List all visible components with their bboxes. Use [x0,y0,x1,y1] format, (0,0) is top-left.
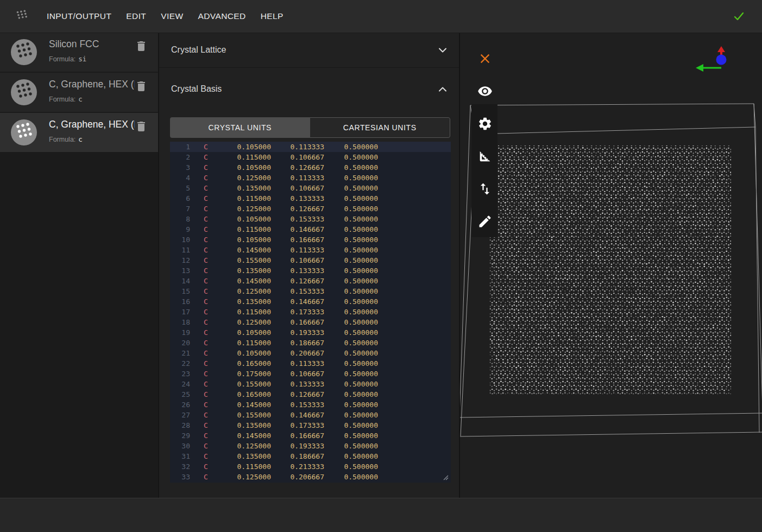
basis-row[interactable]: 16C0.1350000.1466670.500000 [170,296,451,307]
basis-row[interactable]: 27C0.1550000.1466670.500000 [170,410,451,420]
x-coordinate-cell: 0.115000 [211,152,271,162]
axes-gizmo[interactable] [683,43,732,87]
row-number-cell: 13 [170,265,190,276]
material-item-3[interactable]: C, Graphene, HEX (PFormula:c [0,113,158,152]
menu-item-edit[interactable]: EDIT [126,11,146,21]
z-coordinate-cell: 0.500000 [324,338,378,348]
basis-row[interactable]: 29C0.1450000.1666670.500000 [170,430,451,441]
x-coordinate-cell: 0.145000 [211,400,271,410]
basis-row[interactable]: 31C0.1350000.1866670.500000 [170,451,451,461]
basis-row[interactable]: 9C0.1150000.1466670.500000 [170,224,451,235]
x-coordinate-cell: 0.115000 [211,338,271,348]
basis-row[interactable]: 25C0.1650000.1266670.500000 [170,389,451,400]
3d-viewer[interactable] [460,33,762,498]
basis-row[interactable]: 8C0.1050000.1533330.500000 [170,214,451,224]
material-formula: Formula:c [49,95,83,103]
element-cell: C [204,214,211,224]
menu-item-help[interactable]: HELP [261,11,284,21]
basis-row[interactable]: 13C0.1350000.1333330.500000 [170,265,451,276]
trash-icon [135,40,148,53]
basis-row[interactable]: 26C0.1450000.1533330.500000 [170,400,451,410]
delete-material-button[interactable] [135,40,148,54]
resize-grip[interactable] [442,474,449,480]
menu-item-view[interactable]: VIEW [161,11,183,21]
material-item-1[interactable]: Silicon FCCFormula:si [0,33,158,72]
menu-item-input-output[interactable]: INPUT/OUTPUT [47,11,111,21]
y-coordinate-cell: 0.106667 [271,369,324,379]
x-coordinate-cell: 0.165000 [211,358,271,369]
basis-row[interactable]: 7C0.1250000.1266670.500000 [170,204,451,214]
x-coordinate-cell: 0.135000 [211,183,271,193]
x-coordinate-cell: 0.155000 [211,379,271,389]
basis-row[interactable]: 23C0.1750000.1066670.500000 [170,369,451,379]
z-coordinate-cell: 0.500000 [324,348,378,358]
y-coordinate-cell: 0.106667 [271,255,324,265]
tab-cartesian-units[interactable]: CARTESIAN UNITS [310,117,451,138]
visibility-icon[interactable] [477,84,493,99]
delete-material-button[interactable] [135,120,148,134]
basis-rows: 1C0.1050000.1133330.5000002C0.1150000.10… [170,142,451,482]
material-item-2[interactable]: C, Graphene, HEX (PFormula:c [0,73,158,112]
y-coordinate-cell: 0.153333 [271,214,324,224]
basis-row[interactable]: 18C0.1250000.1666670.500000 [170,317,451,327]
basis-row[interactable]: 20C0.1150000.1866670.500000 [170,338,451,348]
y-coordinate-cell: 0.186667 [271,451,324,461]
z-coordinate-cell: 0.500000 [324,369,378,379]
row-number-cell: 16 [170,296,190,307]
row-number-cell: 23 [170,369,190,379]
basis-row[interactable]: 2C0.1150000.1066670.500000 [170,152,451,162]
basis-row[interactable]: 19C0.1050000.1933330.500000 [170,327,451,338]
chevron-down-icon[interactable] [436,43,449,56]
swap-vertical-icon[interactable] [477,181,493,197]
crystal-basis-section-header[interactable]: Crystal Basis [159,68,459,100]
graphene-atoms-canvas[interactable] [490,145,731,394]
y-coordinate-cell: 0.173333 [271,420,324,430]
basis-coordinates-editor[interactable]: 1C0.1050000.1133330.5000002C0.1150000.10… [170,142,451,483]
y-coordinate-cell: 0.146667 [271,410,324,420]
basis-row[interactable]: 32C0.1150000.2133330.500000 [170,461,451,472]
basis-row[interactable]: 6C0.1150000.1333330.500000 [170,193,451,204]
element-cell: C [204,224,211,235]
material-title: C, Graphene, HEX (P [49,119,135,131]
app-logo-icon[interactable] [14,8,30,24]
basis-row[interactable]: 22C0.1650000.1133330.500000 [170,358,451,369]
basis-row[interactable]: 21C0.1050000.2066670.500000 [170,348,451,358]
tab-crystal-units[interactable]: CRYSTAL UNITS [170,117,310,138]
basis-row[interactable]: 5C0.1350000.1066670.500000 [170,183,451,193]
formula-label: Formula: [49,136,75,143]
basis-row[interactable]: 10C0.1050000.1666670.500000 [170,235,451,245]
basis-row[interactable]: 24C0.1550000.1333330.500000 [170,379,451,389]
basis-row[interactable]: 11C0.1450000.1133330.500000 [170,245,451,255]
basis-row[interactable]: 12C0.1550000.1066670.500000 [170,255,451,265]
element-cell: C [204,255,211,265]
x-coordinate-cell: 0.135000 [211,296,271,307]
y-coordinate-cell: 0.146667 [271,224,324,235]
row-number-cell: 17 [170,307,190,317]
menu-item-advanced[interactable]: ADVANCED [198,11,245,21]
y-coordinate-cell: 0.106667 [271,152,324,162]
basis-row[interactable]: 33C0.1250000.2066670.500000 [170,472,451,482]
row-number-cell: 29 [170,430,190,441]
basis-row[interactable]: 17C0.1150000.1733330.500000 [170,307,451,317]
basis-row[interactable]: 15C0.1250000.1533330.500000 [170,286,451,296]
chevron-up-icon[interactable] [436,83,449,96]
basis-row[interactable]: 4C0.1250000.1133330.500000 [170,173,451,183]
basis-row[interactable]: 30C0.1250000.1933330.500000 [170,441,451,451]
measure-icon[interactable] [477,149,493,164]
basis-row[interactable]: 3C0.1050000.1266670.500000 [170,162,451,173]
row-number-cell: 25 [170,389,190,400]
z-coordinate-cell: 0.500000 [324,461,378,472]
close-icon[interactable] [477,51,493,66]
crystal-lattice-section-header[interactable]: Crystal Lattice [159,33,459,68]
basis-row[interactable]: 28C0.1350000.1733330.500000 [170,420,451,430]
row-number-cell: 8 [170,214,190,224]
basis-row[interactable]: 1C0.1050000.1133330.500000 [170,142,451,152]
settings-icon[interactable] [477,116,493,131]
delete-material-button[interactable] [135,80,148,94]
confirm-check-icon[interactable] [730,8,747,24]
x-coordinate-cell: 0.145000 [211,430,271,441]
element-cell: C [204,410,211,420]
element-cell: C [204,183,211,193]
edit-icon[interactable] [477,214,493,229]
basis-row[interactable]: 14C0.1450000.1266670.500000 [170,276,451,286]
